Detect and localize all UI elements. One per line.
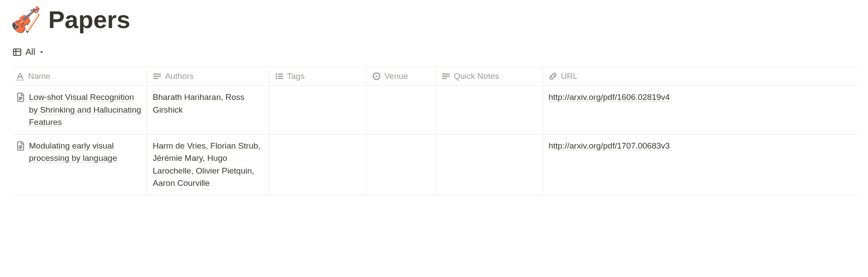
text-property-icon (153, 72, 161, 81)
cell-url[interactable]: http://arxiv.org/pdf/1606.02819v4 (543, 86, 857, 134)
page-title-link[interactable]: Modulating early visual processing by la… (29, 140, 142, 165)
svg-rect-12 (278, 78, 283, 79)
url-link[interactable]: http://arxiv.org/pdf/1707.00683v3 (549, 141, 670, 150)
cell-venue[interactable] (367, 86, 436, 134)
column-header-quick-notes[interactable]: Quick Notes (436, 67, 543, 85)
cell-tags[interactable] (269, 86, 367, 134)
table-icon (12, 47, 22, 57)
text-property-icon (441, 72, 450, 81)
column-label: Name (28, 71, 50, 81)
svg-rect-4 (153, 74, 161, 75)
column-label: Authors (165, 71, 194, 81)
svg-rect-6 (153, 78, 158, 79)
table-row[interactable]: Low-shot Visual Recognition by Shrinking… (11, 86, 857, 135)
svg-point-11 (276, 78, 277, 79)
page-icon (16, 92, 25, 102)
svg-point-9 (276, 75, 277, 77)
svg-rect-14 (442, 74, 450, 75)
title-property-icon (16, 72, 25, 81)
table-header-row: Name Authors Tags Venue Quick Notes URL (11, 67, 857, 86)
cell-tags[interactable] (269, 135, 367, 195)
svg-rect-5 (153, 76, 161, 77)
svg-rect-8 (278, 74, 283, 75)
cell-quick-notes[interactable] (436, 86, 543, 134)
page-title[interactable]: Papers (48, 5, 130, 34)
cell-name[interactable]: Modulating early visual processing by la… (11, 135, 147, 195)
view-selector[interactable]: All (11, 44, 47, 60)
chevron-down-icon (39, 49, 45, 55)
cell-venue[interactable] (367, 135, 436, 195)
column-label: Quick Notes (454, 71, 499, 81)
page-header: 🎻 Papers (11, 0, 857, 44)
view-label: All (25, 47, 35, 57)
database-table: Name Authors Tags Venue Quick Notes URL (11, 67, 857, 195)
svg-rect-0 (14, 49, 21, 55)
column-label: Tags (287, 71, 305, 81)
svg-rect-16 (442, 78, 447, 79)
column-header-venue[interactable]: Venue (367, 67, 436, 85)
cell-authors[interactable]: Bharath Hariharan, Ross Girshick (147, 86, 269, 134)
column-header-tags[interactable]: Tags (269, 67, 367, 85)
page-icon (16, 141, 25, 151)
table-row[interactable]: Modulating early visual processing by la… (11, 135, 857, 195)
url-link[interactable]: http://arxiv.org/pdf/1606.02819v4 (549, 92, 670, 102)
multiselect-property-icon (275, 72, 283, 81)
select-property-icon (372, 72, 381, 81)
svg-rect-3 (16, 80, 24, 80)
cell-url[interactable]: http://arxiv.org/pdf/1707.00683v3 (543, 135, 857, 195)
cell-quick-notes[interactable] (436, 135, 543, 195)
svg-rect-15 (442, 76, 450, 77)
cell-authors[interactable]: Harm de Vries, Florian Strub, Jérémie Ma… (147, 135, 269, 195)
svg-rect-10 (278, 76, 283, 77)
svg-point-7 (276, 73, 277, 75)
column-label: Venue (384, 71, 408, 81)
url-property-icon (549, 72, 557, 81)
column-header-authors[interactable]: Authors (147, 67, 269, 85)
column-header-name[interactable]: Name (11, 67, 147, 85)
page-title-link[interactable]: Low-shot Visual Recognition by Shrinking… (29, 91, 142, 129)
cell-name[interactable]: Low-shot Visual Recognition by Shrinking… (11, 86, 147, 134)
column-label: URL (561, 71, 577, 81)
column-header-url[interactable]: URL (543, 67, 857, 85)
page-icon[interactable]: 🎻 (11, 7, 41, 32)
